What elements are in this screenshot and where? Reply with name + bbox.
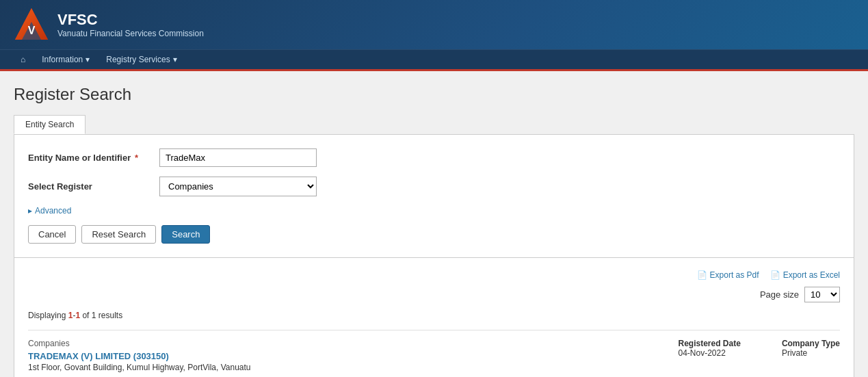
vfsc-logo: V [14,7,49,42]
chevron-right-icon: ▸ [28,206,32,216]
excel-icon: 📄 [770,270,780,280]
export-pdf-link[interactable]: 📄 Export as Pdf [697,270,759,280]
result-item: Companies TRADEMAX (V) LIMITED (303150) … [28,330,840,377]
nav-registry-label: Registry Services [106,55,170,64]
page-size-select[interactable]: 10 25 50 100 [804,287,840,302]
export-bar: 📄 Export as Pdf 📄 Export as Excel [28,268,840,280]
entity-name-label: Entity Name or Identifier * [28,153,151,163]
page-size-label: Page size [760,289,799,300]
result-right: Registered Date 04-Nov-2022 Company Type… [679,339,841,358]
result-address: 1st Floor, Govant Building, Kumul Highwa… [28,363,251,372]
display-range-end: 1 [75,311,80,320]
main-content: Register Search Entity Search Entity Nam… [0,71,868,377]
tabs-container: Entity Search [14,115,854,134]
reset-search-button[interactable]: Reset Search [81,225,156,244]
home-icon: ⌂ [21,55,25,64]
nav-registry-services[interactable]: Registry Services ▾ [99,51,183,68]
logo-container: V VFSC Vanuatu Financial Services Commis… [14,7,204,42]
entity-name-row: Entity Name or Identifier * [28,148,840,167]
chevron-down-icon: ▾ [86,55,90,64]
company-type-group: Company Type Private [782,339,840,358]
export-excel-link[interactable]: 📄 Export as Excel [770,270,840,280]
displaying-text: Displaying 1-1 of 1 results [28,311,840,320]
search-button[interactable]: Search [161,225,210,244]
site-header: V VFSC Vanuatu Financial Services Commis… [0,0,868,49]
results-area: 📄 Export as Pdf 📄 Export as Excel Page s… [14,258,854,377]
required-star: * [135,153,138,163]
display-range-start: 1 [68,311,73,320]
result-row: Companies TRADEMAX (V) LIMITED (303150) … [28,339,840,377]
tab-entity-search[interactable]: Entity Search [14,115,86,134]
registered-date-group: Registered Date 04-Nov-2022 [679,339,741,358]
result-left: Companies TRADEMAX (V) LIMITED (303150) … [28,339,251,377]
search-form: Entity Name or Identifier * Select Regis… [14,134,854,258]
register-select[interactable]: Companies Partnerships Trusts Co-operati… [159,177,317,196]
nav-bar: ⌂ Information ▾ Registry Services ▾ [0,49,868,71]
nav-information[interactable]: Information ▾ [35,51,96,68]
result-category: Companies [28,339,251,348]
page-size-row: Page size 10 25 50 100 [28,287,840,302]
company-type-label: Company Type [782,339,840,348]
chevron-down-icon-2: ▾ [173,55,177,64]
button-row: Cancel Reset Search Search [28,225,840,244]
select-register-label: Select Register [28,181,151,192]
page-title: Register Search [14,85,854,104]
cancel-button[interactable]: Cancel [28,225,76,244]
registered-date-label: Registered Date [679,339,741,348]
header-title: VFSC Vanuatu Financial Services Commissi… [57,11,204,38]
nav-information-label: Information [42,55,83,64]
advanced-link[interactable]: ▸ Advanced [28,206,840,216]
nav-home[interactable]: ⌂ [14,51,32,68]
registered-date-value: 04-Nov-2022 [679,348,741,358]
result-name-link[interactable]: TRADEMAX (V) LIMITED (303150) [28,351,169,361]
org-subtitle: Vanuatu Financial Services Commission [57,29,204,38]
pdf-icon: 📄 [697,270,707,280]
select-register-row: Select Register Companies Partnerships T… [28,177,840,196]
company-type-value: Private [782,348,840,358]
entity-name-input[interactable] [159,148,317,167]
svg-text:V: V [28,25,36,36]
org-name: VFSC [57,11,204,29]
display-total: 1 [92,311,96,320]
